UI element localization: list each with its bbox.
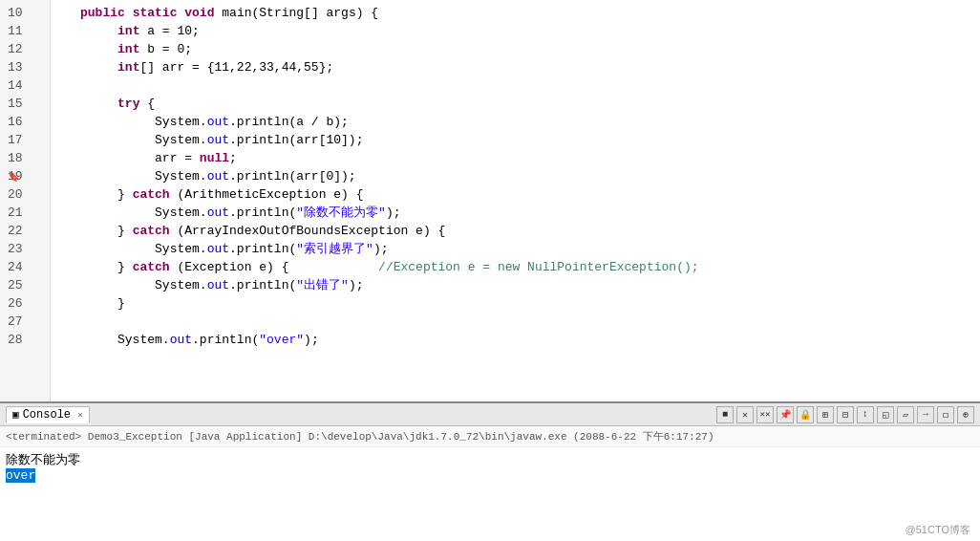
console-output[interactable]: 除数不能为零 over: [0, 447, 980, 541]
toolbar-detach-btn[interactable]: ⊕: [957, 406, 974, 423]
line-number: 11: [8, 22, 42, 40]
code-line: System.out.println("over");: [58, 331, 972, 349]
line-number: 18: [8, 149, 42, 167]
line-number: 25: [8, 276, 42, 294]
line-number: 22: [8, 222, 42, 240]
toolbar-paste-btn[interactable]: ⊟: [837, 406, 854, 423]
highlighted-over: over: [6, 468, 35, 483]
console-panel: ▣ Console ✕ ■ ✕ ✕✕ 📌 🔒 ⊞ ⊟ ↕ ◱ ▱ → ◻ ⊕ <…: [0, 401, 980, 541]
toolbar-stop-btn[interactable]: ■: [716, 406, 734, 423]
line-number: 12: [8, 40, 42, 58]
toolbar-wrap-btn[interactable]: ◱: [877, 406, 894, 423]
watermark: @51CTO博客: [905, 523, 970, 537]
line-number: 13: [8, 58, 42, 76]
toolbar-scroll-btn[interactable]: ↕: [857, 406, 874, 423]
code-line: }: [58, 294, 972, 313]
line-number: 26: [8, 294, 42, 313]
code-line: System.out.println("索引越界了");: [58, 240, 972, 258]
line-number: 15: [8, 95, 42, 113]
line-number: 20: [8, 185, 42, 204]
console-line-1: 除数不能为零: [6, 451, 974, 468]
terminated-text: <terminated> Demo3_Exception [Java Appli…: [6, 431, 714, 443]
toolbar-maximize-btn[interactable]: ◻: [937, 406, 954, 423]
console-tab[interactable]: ▣ Console ✕: [6, 406, 90, 423]
code-line: } catch (ArrayIndexOutOfBoundsException …: [58, 222, 972, 240]
toolbar-expand-btn[interactable]: ▱: [897, 406, 914, 423]
console-header: ▣ Console ✕ ■ ✕ ✕✕ 📌 🔒 ⊞ ⊟ ↕ ◱ ▱ → ◻ ⊕: [0, 403, 980, 426]
toolbar-clear-btn[interactable]: ✕✕: [756, 406, 774, 423]
toolbar-pin-btn[interactable]: 📌: [777, 406, 794, 423]
line-number: 19🔖: [8, 167, 42, 185]
line-number: 24: [8, 258, 42, 276]
code-line: arr = null;: [58, 149, 972, 167]
toolbar-copy-btn[interactable]: ⊞: [817, 406, 834, 423]
code-line: } catch (ArithmeticException e) {: [58, 185, 972, 204]
code-editor: 10111213141516171819🔖202122232425262728 …: [0, 0, 980, 401]
line-number: 27: [8, 313, 42, 331]
console-subheader: <terminated> Demo3_Exception [Java Appli…: [0, 426, 980, 447]
code-line: System.out.println(arr[10]);: [58, 131, 972, 149]
line-number: 16: [8, 113, 42, 131]
line-number: 10: [8, 4, 42, 22]
code-line: [58, 76, 972, 95]
toolbar-minimize-btn[interactable]: →: [917, 406, 934, 423]
console-icon: ▣: [12, 408, 19, 421]
code-line: System.out.println("出错了");: [58, 276, 972, 294]
code-line: System.out.println(a / b);: [58, 113, 972, 131]
toolbar-lock-btn[interactable]: 🔒: [797, 406, 814, 423]
line-number: 28: [8, 331, 42, 349]
code-line: public static void main(String[] args) {: [58, 4, 972, 22]
code-line: System.out.println(arr[0]);: [58, 167, 972, 185]
code-line: [58, 313, 972, 331]
line-number: 17: [8, 131, 42, 149]
line-number: 14: [8, 76, 42, 95]
code-line: int b = 0;: [58, 40, 972, 58]
console-tab-label: Console: [23, 408, 71, 422]
code-content[interactable]: public static void main(String[] args) {…: [51, 0, 980, 401]
console-toolbar: ■ ✕ ✕✕ 📌 🔒 ⊞ ⊟ ↕ ◱ ▱ → ◻ ⊕: [716, 406, 974, 423]
line-number: 21: [8, 204, 42, 222]
code-line: System.out.println("除数不能为零");: [58, 204, 972, 222]
code-line: int a = 10;: [58, 22, 972, 40]
code-line: try {: [58, 95, 972, 113]
console-tab-close[interactable]: ✕: [77, 409, 83, 421]
toolbar-close-btn[interactable]: ✕: [736, 406, 754, 423]
console-line-2: over: [6, 468, 974, 486]
code-line: } catch (Exception e) { //Exception e = …: [58, 258, 972, 276]
code-line: int[] arr = {11,22,33,44,55};: [58, 58, 972, 76]
line-number: 23: [8, 240, 42, 258]
line-numbers: 10111213141516171819🔖202122232425262728: [0, 0, 51, 401]
